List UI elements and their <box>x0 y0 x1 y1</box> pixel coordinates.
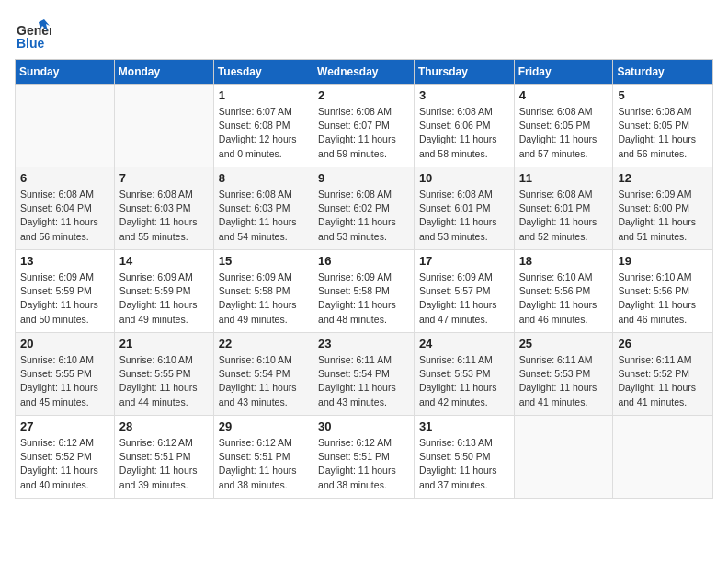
day-number: 31 <box>419 419 509 433</box>
calendar-cell: 10Sunrise: 6:08 AMSunset: 6:01 PMDayligh… <box>414 167 514 250</box>
calendar-cell: 22Sunrise: 6:10 AMSunset: 5:54 PMDayligh… <box>213 333 313 416</box>
day-number: 25 <box>519 337 609 350</box>
calendar-cell: 18Sunrise: 6:10 AMSunset: 5:56 PMDayligh… <box>514 250 613 333</box>
calendar-cell: 11Sunrise: 6:08 AMSunset: 6:01 PMDayligh… <box>514 167 613 250</box>
day-info: Sunrise: 6:08 AMSunset: 6:01 PMDaylight:… <box>519 188 609 244</box>
day-number: 11 <box>519 171 609 185</box>
week-row-3: 13Sunrise: 6:09 AMSunset: 5:59 PMDayligh… <box>16 250 713 333</box>
calendar-cell: 30Sunrise: 6:12 AMSunset: 5:51 PMDayligh… <box>313 416 415 499</box>
day-number: 18 <box>519 254 609 268</box>
calendar-cell: 3Sunrise: 6:08 AMSunset: 6:06 PMDaylight… <box>414 85 514 167</box>
day-number: 28 <box>119 419 209 433</box>
calendar-cell: 29Sunrise: 6:12 AMSunset: 5:51 PMDayligh… <box>213 416 313 499</box>
calendar-cell: 4Sunrise: 6:08 AMSunset: 6:05 PMDaylight… <box>514 85 613 167</box>
day-number: 7 <box>119 171 209 185</box>
day-info: Sunrise: 6:09 AMSunset: 6:00 PMDaylight:… <box>618 188 708 244</box>
day-number: 23 <box>318 337 409 350</box>
calendar-cell: 28Sunrise: 6:12 AMSunset: 5:51 PMDayligh… <box>114 416 213 499</box>
day-info: Sunrise: 6:12 AMSunset: 5:52 PMDaylight:… <box>20 436 109 492</box>
day-info: Sunrise: 6:12 AMSunset: 5:51 PMDaylight:… <box>119 436 209 492</box>
week-row-5: 27Sunrise: 6:12 AMSunset: 5:52 PMDayligh… <box>16 416 713 499</box>
calendar-cell: 2Sunrise: 6:08 AMSunset: 6:07 PMDaylight… <box>313 85 415 167</box>
calendar-cell: 31Sunrise: 6:13 AMSunset: 5:50 PMDayligh… <box>414 416 514 499</box>
calendar-cell: 13Sunrise: 6:09 AMSunset: 5:59 PMDayligh… <box>16 250 115 333</box>
day-info: Sunrise: 6:11 AMSunset: 5:53 PMDaylight:… <box>519 353 609 409</box>
calendar-cell: 26Sunrise: 6:11 AMSunset: 5:52 PMDayligh… <box>613 333 713 416</box>
logo-icon: General Blue <box>15 15 51 52</box>
weekday-header-thursday: Thursday <box>414 60 514 85</box>
day-number: 9 <box>318 171 409 185</box>
day-number: 10 <box>419 171 509 185</box>
day-number: 16 <box>318 254 409 268</box>
day-info: Sunrise: 6:09 AMSunset: 5:58 PMDaylight:… <box>219 270 308 327</box>
calendar-cell: 5Sunrise: 6:08 AMSunset: 6:05 PMDaylight… <box>613 85 713 167</box>
day-info: Sunrise: 6:10 AMSunset: 5:56 PMDaylight:… <box>519 270 609 327</box>
day-number: 12 <box>618 171 708 185</box>
day-info: Sunrise: 6:08 AMSunset: 6:02 PMDaylight:… <box>318 188 409 244</box>
day-number: 3 <box>419 88 509 102</box>
weekday-header-monday: Monday <box>114 60 213 85</box>
day-number: 30 <box>318 419 409 433</box>
day-number: 29 <box>219 419 308 433</box>
day-info: Sunrise: 6:10 AMSunset: 5:55 PMDaylight:… <box>20 353 109 409</box>
week-row-2: 6Sunrise: 6:08 AMSunset: 6:04 PMDaylight… <box>16 167 713 250</box>
calendar-cell: 7Sunrise: 6:08 AMSunset: 6:03 PMDaylight… <box>114 167 213 250</box>
calendar-cell: 16Sunrise: 6:09 AMSunset: 5:58 PMDayligh… <box>313 250 415 333</box>
logo: General Blue <box>15 15 51 52</box>
day-info: Sunrise: 6:08 AMSunset: 6:06 PMDaylight:… <box>419 105 509 161</box>
calendar-cell: 19Sunrise: 6:10 AMSunset: 5:56 PMDayligh… <box>613 250 713 333</box>
day-info: Sunrise: 6:08 AMSunset: 6:05 PMDaylight:… <box>618 105 708 161</box>
day-info: Sunrise: 6:09 AMSunset: 5:59 PMDaylight:… <box>119 270 209 327</box>
calendar-cell: 8Sunrise: 6:08 AMSunset: 6:03 PMDaylight… <box>213 167 313 250</box>
day-info: Sunrise: 6:12 AMSunset: 5:51 PMDaylight:… <box>318 436 409 492</box>
day-info: Sunrise: 6:12 AMSunset: 5:51 PMDaylight:… <box>219 436 308 492</box>
day-info: Sunrise: 6:07 AMSunset: 6:08 PMDaylight:… <box>219 105 308 161</box>
calendar-cell: 24Sunrise: 6:11 AMSunset: 5:53 PMDayligh… <box>414 333 514 416</box>
day-number: 14 <box>119 254 209 268</box>
calendar-cell <box>16 85 115 167</box>
day-info: Sunrise: 6:08 AMSunset: 6:07 PMDaylight:… <box>318 105 409 161</box>
week-row-1: 1Sunrise: 6:07 AMSunset: 6:08 PMDaylight… <box>16 85 713 167</box>
calendar-cell: 21Sunrise: 6:10 AMSunset: 5:55 PMDayligh… <box>114 333 213 416</box>
weekday-header-sunday: Sunday <box>16 60 115 85</box>
calendar-cell: 9Sunrise: 6:08 AMSunset: 6:02 PMDaylight… <box>313 167 415 250</box>
day-info: Sunrise: 6:10 AMSunset: 5:55 PMDaylight:… <box>119 353 209 409</box>
day-info: Sunrise: 6:11 AMSunset: 5:53 PMDaylight:… <box>419 353 509 409</box>
weekday-header-saturday: Saturday <box>613 60 713 85</box>
day-number: 22 <box>219 337 308 350</box>
weekday-header-friday: Friday <box>514 60 613 85</box>
day-info: Sunrise: 6:11 AMSunset: 5:52 PMDaylight:… <box>618 353 708 409</box>
day-info: Sunrise: 6:13 AMSunset: 5:50 PMDaylight:… <box>419 436 509 492</box>
day-info: Sunrise: 6:08 AMSunset: 6:05 PMDaylight:… <box>519 105 609 161</box>
day-number: 19 <box>618 254 708 268</box>
calendar-cell: 23Sunrise: 6:11 AMSunset: 5:54 PMDayligh… <box>313 333 415 416</box>
calendar-cell: 20Sunrise: 6:10 AMSunset: 5:55 PMDayligh… <box>16 333 115 416</box>
week-row-4: 20Sunrise: 6:10 AMSunset: 5:55 PMDayligh… <box>16 333 713 416</box>
day-number: 8 <box>219 171 308 185</box>
calendar-table: SundayMondayTuesdayWednesdayThursdayFrid… <box>15 59 713 499</box>
day-number: 5 <box>618 88 708 102</box>
calendar-cell: 6Sunrise: 6:08 AMSunset: 6:04 PMDaylight… <box>16 167 115 250</box>
day-number: 1 <box>219 88 308 102</box>
day-info: Sunrise: 6:08 AMSunset: 6:03 PMDaylight:… <box>119 188 209 244</box>
day-number: 15 <box>219 254 308 268</box>
day-info: Sunrise: 6:08 AMSunset: 6:04 PMDaylight:… <box>20 188 109 244</box>
day-number: 20 <box>20 337 109 350</box>
weekday-header-row: SundayMondayTuesdayWednesdayThursdayFrid… <box>16 60 713 85</box>
day-number: 27 <box>20 419 109 433</box>
day-number: 13 <box>20 254 109 268</box>
calendar-cell: 15Sunrise: 6:09 AMSunset: 5:58 PMDayligh… <box>213 250 313 333</box>
weekday-header-tuesday: Tuesday <box>213 60 313 85</box>
calendar-cell <box>114 85 213 167</box>
day-number: 2 <box>318 88 409 102</box>
day-info: Sunrise: 6:09 AMSunset: 5:58 PMDaylight:… <box>318 270 409 327</box>
day-info: Sunrise: 6:09 AMSunset: 5:57 PMDaylight:… <box>419 270 509 327</box>
calendar-cell: 1Sunrise: 6:07 AMSunset: 6:08 PMDaylight… <box>213 85 313 167</box>
day-info: Sunrise: 6:08 AMSunset: 6:03 PMDaylight:… <box>219 188 308 244</box>
day-info: Sunrise: 6:08 AMSunset: 6:01 PMDaylight:… <box>419 188 509 244</box>
weekday-header-wednesday: Wednesday <box>313 60 415 85</box>
day-info: Sunrise: 6:10 AMSunset: 5:54 PMDaylight:… <box>219 353 308 409</box>
day-number: 6 <box>20 171 109 185</box>
calendar-cell <box>514 416 613 499</box>
day-number: 26 <box>618 337 708 350</box>
